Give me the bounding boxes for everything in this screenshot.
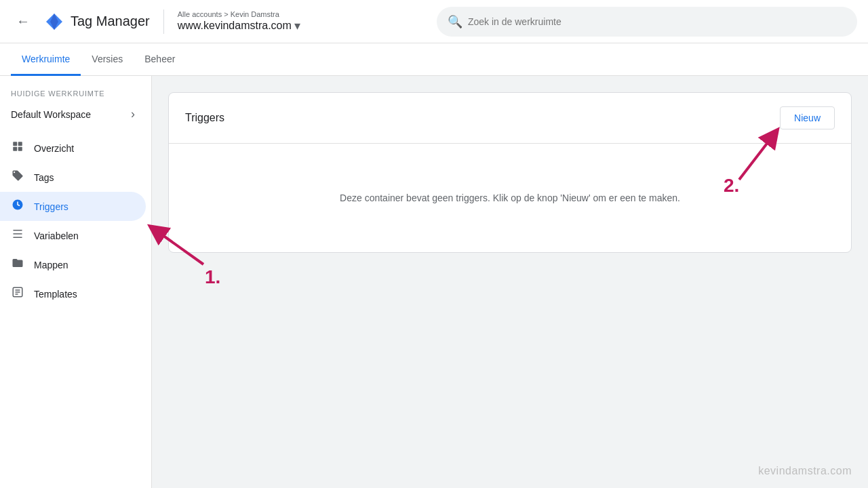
svg-rect-4	[13, 147, 17, 151]
search-input[interactable]	[468, 16, 846, 27]
sidebar-item-triggers[interactable]: Triggers	[0, 192, 146, 221]
sidebar-item-templates[interactable]: Templates	[0, 279, 146, 308]
svg-rect-11	[15, 289, 20, 291]
svg-rect-12	[15, 291, 20, 293]
account-breadcrumb: Alle accounts > Kevin Damstra	[178, 10, 300, 18]
search-box[interactable]: 🔍	[437, 7, 857, 37]
app-name-label: Tag Manager	[71, 14, 150, 29]
sidebar-overzicht-label: Overzicht	[34, 143, 74, 154]
sidebar-item-tags[interactable]: Tags	[0, 163, 146, 192]
sidebar-tags-label: Tags	[34, 172, 54, 183]
empty-message: Deze container bevat geen triggers. Klik…	[340, 192, 680, 203]
svg-rect-5	[18, 147, 22, 151]
triggers-icon	[11, 199, 24, 214]
current-account-name: www.kevindamstra.com	[178, 20, 292, 32]
account-chevron-icon: ▾	[294, 18, 300, 33]
svg-rect-9	[13, 237, 22, 239]
mappen-icon	[11, 257, 24, 272]
sidebar-item-overzicht[interactable]: Overzicht	[0, 134, 146, 163]
content-area: Triggers Nieuw Deze container bevat geen…	[152, 76, 868, 488]
svg-rect-7	[13, 230, 22, 231]
tags-icon	[11, 169, 24, 185]
back-button[interactable]: ←	[11, 9, 35, 34]
sidebar-templates-label: Templates	[34, 289, 77, 300]
overzicht-icon	[11, 140, 24, 156]
workspace-name: Default Workspace	[11, 109, 91, 120]
tab-versies-label: Versies	[92, 54, 123, 64]
topbar-divider	[163, 9, 164, 34]
svg-rect-2	[13, 142, 17, 146]
app-logo: Tag Manager	[43, 11, 150, 33]
tab-versies[interactable]: Versies	[81, 43, 134, 76]
back-icon: ←	[16, 14, 30, 29]
workspace-section-label: HUIDIGE WERKRUIMTE	[0, 84, 151, 100]
sidebar-variabelen-label: Variabelen	[34, 230, 79, 241]
svg-marker-1	[50, 14, 58, 30]
card-header: Triggers Nieuw	[169, 93, 851, 144]
account-selector[interactable]: Alle accounts > Kevin Damstra www.kevind…	[178, 10, 300, 33]
tab-beheer[interactable]: Beheer	[134, 43, 186, 76]
sidebar-nav: Overzicht Tags Triggers Variabelen	[0, 134, 151, 308]
svg-rect-8	[13, 233, 22, 235]
templates-icon	[11, 286, 24, 302]
topbar: ← Tag Manager Alle accounts > Kevin Dams…	[0, 0, 868, 43]
tab-beheer-label: Beheer	[144, 54, 175, 64]
variabelen-icon	[11, 228, 24, 243]
current-account[interactable]: www.kevindamstra.com ▾	[178, 18, 300, 33]
sidebar-item-mappen[interactable]: Mappen	[0, 250, 146, 279]
search-icon: 🔍	[448, 14, 462, 29]
watermark: kevindamstra.com	[758, 465, 852, 477]
sidebar: HUIDIGE WERKRUIMTE Default Workspace › O…	[0, 76, 152, 488]
workspace-chevron-icon: ›	[131, 107, 135, 121]
svg-rect-3	[18, 142, 22, 146]
card-body: Deze container bevat geen triggers. Klik…	[169, 144, 851, 252]
triggers-card: Triggers Nieuw Deze container bevat geen…	[168, 92, 852, 253]
sidebar-item-variabelen[interactable]: Variabelen	[0, 221, 146, 250]
logo-diamond-icon	[43, 11, 65, 33]
tab-bar: Werkruimte Versies Beheer	[0, 43, 868, 76]
workspace-selector[interactable]: Default Workspace ›	[0, 100, 146, 128]
tab-werkruimte[interactable]: Werkruimte	[11, 43, 81, 76]
sidebar-triggers-label: Triggers	[34, 201, 68, 212]
sidebar-mappen-label: Mappen	[34, 260, 68, 270]
new-button[interactable]: Nieuw	[780, 106, 835, 129]
tab-werkruimte-label: Werkruimte	[22, 54, 70, 64]
card-title: Triggers	[185, 112, 224, 124]
main-layout: HUIDIGE WERKRUIMTE Default Workspace › O…	[0, 76, 868, 488]
svg-rect-13	[15, 293, 18, 295]
